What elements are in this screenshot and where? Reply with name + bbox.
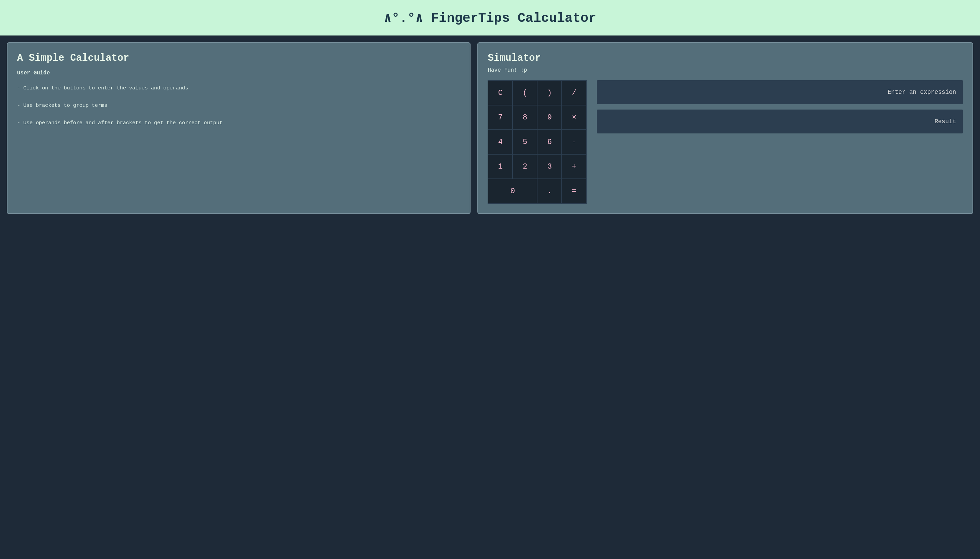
key-4[interactable]: 4 [488,130,512,154]
key-5[interactable]: 5 [513,130,537,154]
main-content: A Simple Calculator User Guide - Click o… [0,35,980,221]
key-multiply[interactable]: × [562,106,586,129]
key-8[interactable]: 8 [513,106,537,129]
key-6[interactable]: 6 [537,130,561,154]
key-add[interactable]: + [562,155,586,179]
key-1[interactable]: 1 [488,155,512,179]
result-display: Result [597,109,963,134]
key-0[interactable]: 0 [488,179,537,203]
key-2[interactable]: 2 [513,155,537,179]
key-close-paren[interactable]: ) [537,81,561,105]
simulator-body: C ( ) / 7 8 9 × 4 5 6 - 1 2 3 + 0 [488,80,963,204]
app-title: ∧°.°∧ FingerTips Calculator [7,10,973,26]
key-9[interactable]: 9 [537,106,561,129]
panel-title: A Simple Calculator [17,53,460,64]
right-panel: Simulator Have Fun! :p C ( ) / 7 8 9 × 4… [478,42,973,214]
simulator-title: Simulator [488,53,963,64]
key-clear[interactable]: C [488,81,512,105]
expression-display[interactable]: Enter an expression [597,80,963,104]
key-divide[interactable]: / [562,81,586,105]
result-text: Result [935,118,956,125]
guide-item-1: - Click on the buttons to enter the valu… [17,84,460,92]
key-7[interactable]: 7 [488,106,512,129]
key-subtract[interactable]: - [562,130,586,154]
expression-text: Enter an expression [887,89,956,96]
app-header: ∧°.°∧ FingerTips Calculator [0,0,980,35]
display-area: Enter an expression Result [597,80,963,134]
key-3[interactable]: 3 [537,155,561,179]
simulator-subtitle: Have Fun! :p [488,67,963,73]
user-guide-label: User Guide [17,70,460,76]
left-panel: A Simple Calculator User Guide - Click o… [7,42,471,214]
key-equals[interactable]: = [562,179,586,203]
guide-item-2: - Use brackets to group terms [17,102,460,109]
key-decimal[interactable]: . [537,179,561,203]
guide-item-3: - Use operands before and after brackets… [17,119,460,127]
keypad: C ( ) / 7 8 9 × 4 5 6 - 1 2 3 + 0 [488,80,587,204]
key-open-paren[interactable]: ( [513,81,537,105]
